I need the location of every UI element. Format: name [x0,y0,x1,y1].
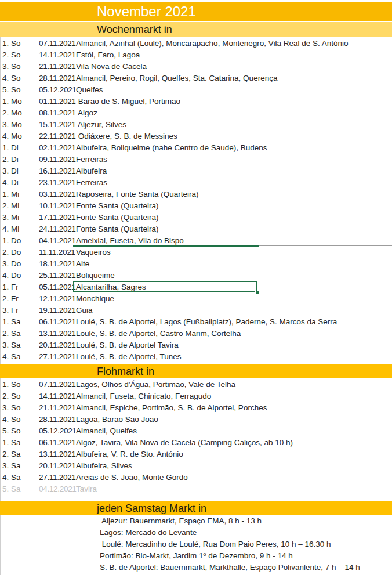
day-cell[interactable]: 3. Mo [2,120,22,129]
locations-cell[interactable]: Alte [76,259,89,268]
locations-cell[interactable]: Vila Nova de Cacela [76,62,147,71]
locations-cell[interactable]: Loulé, S. B. de Alportel Tavira [76,341,179,349]
day-cell[interactable]: 1. Di [2,143,19,152]
date-cell[interactable]: 04.12.2021 [39,485,77,493]
date-cell[interactable]: 07.11.2021 [39,39,76,48]
date-cell[interactable]: 19.11.2021 [39,306,76,315]
day-cell[interactable]: 1. So [2,380,21,389]
date-cell[interactable]: 21.11.2021 [39,403,76,412]
locations-cell[interactable]: Almancil, Quelfes [76,427,137,435]
date-cell[interactable]: 11.11.2021 [39,248,75,257]
date-cell[interactable]: 16.11.2021 [39,167,76,175]
date-cell[interactable]: 14.11.2021 [39,392,76,400]
locations-cell[interactable]: Areias de S. João, Monte Gordo [76,473,188,482]
day-cell[interactable]: 1. Sa [2,438,21,447]
day-cell[interactable]: 1. Fr [2,283,19,291]
locations-cell[interactable]: Tavira [76,485,97,493]
date-cell[interactable]: 06.11.2021 [39,438,76,447]
day-cell[interactable]: 4. So [2,415,21,424]
section-header-wochenmarkt[interactable]: Wochenmarkt in [0,22,392,37]
locations-cell[interactable]: Almancil, Azinhal (Loulé), Moncarapacho,… [76,39,349,48]
locations-cell[interactable]: Boliqueime [76,271,115,280]
day-cell[interactable]: 3. Sa [2,461,21,470]
day-cell[interactable]: 2. So [2,392,21,400]
locations-cell[interactable]: Loulé, S. B. de Alportel, Lagos (Fußball… [76,317,337,326]
date-cell[interactable]: 02.11.2021 [39,143,76,152]
day-cell[interactable]: 5. So [2,427,21,435]
weekly-market-line[interactable]: Aljezur: Bauernmarkt, Espaço EMA, 8 h - … [0,515,392,527]
date-cell[interactable]: 07.11.2021 [39,380,76,389]
day-cell[interactable]: 3. Sa [2,341,21,349]
locations-cell[interactable]: Lagos, Olhos d’Água, Portimão, Vale de T… [76,380,235,389]
date-cell[interactable]: 28.11.2021 [39,415,76,424]
date-cell[interactable]: 22.11.2021 [39,132,76,140]
locations-cell[interactable]: Almancil, Fuseta, Chinicato, Ferragudo [76,392,211,400]
weekly-market-line[interactable]: Lagos: Mercado do Levante [0,527,392,539]
date-cell[interactable]: 28.11.2021 [39,74,76,82]
date-cell[interactable]: 15.11.2021 [39,120,76,129]
day-cell[interactable]: 3. Do [2,259,21,268]
date-cell[interactable]: 09.11.2021 [39,155,76,164]
day-cell[interactable]: 2. Sa [2,329,21,338]
date-cell[interactable]: 03.11.2021 [39,190,76,198]
date-cell[interactable]: 27.11.2021 [39,473,76,482]
day-cell[interactable]: 2. Do [2,248,21,257]
locations-cell[interactable]: Almancil, Pereiro, Rogil, Quelfes, Sta. … [76,74,277,82]
locations-cell[interactable]: Monchique [76,294,114,303]
weekly-market-line[interactable]: Loulé: Mercadinho de Loulé, Rua Dom Paio… [0,539,392,550]
date-cell[interactable]: 05.12.2021 [39,85,77,94]
day-cell[interactable]: 2. So [2,50,21,59]
day-cell[interactable]: 4. Sa [2,473,21,482]
date-cell[interactable]: 05.12.2021 [39,427,77,435]
date-cell[interactable]: 21.11.2021 [39,62,76,71]
date-cell[interactable]: 13.11.2021 [39,450,76,458]
day-cell[interactable]: 4. Mi [2,225,19,233]
date-cell[interactable]: 10.11.2021 [39,201,76,210]
locations-cell[interactable]: Almancil, Espiche, Portimão, S. B. de Al… [76,403,267,412]
locations-cell[interactable]: Lagoa, Barão São João [76,415,158,424]
date-cell[interactable]: 25.11.2021 [39,271,76,280]
locations-cell[interactable]: Albufeira [76,167,107,175]
date-cell[interactable]: 18.11.2021 [39,259,76,268]
date-cell[interactable]: 17.11.2021 [39,213,76,222]
section-header-weekly-markets[interactable]: jeden Samstag Markt in [0,501,392,515]
locations-cell[interactable]: Albufeira, V. R. de Sto. António [76,450,183,458]
locations-cell[interactable]: Ameixial, Fuseta, Vila do Bispo [76,236,184,245]
weekly-market-line[interactable]: S. B. de Alportel: Bauernmarkt, Markthal… [0,562,392,573]
locations-cell[interactable]: Fonte Santa (Quarteira) [76,213,159,222]
day-cell[interactable]: 1. Mi [2,190,19,198]
locations-cell[interactable]: Albufeira, Boliqueime (nahe Centro de Sa… [76,143,267,152]
locations-cell[interactable]: Barão de S. Miguel, Portimão [76,97,180,106]
date-cell[interactable]: 04.11.2021 [39,236,76,245]
day-cell[interactable]: 4. Di [2,178,19,187]
weekly-market-line[interactable]: Portimão: Bio-Markt, Jardim 1º de Dezemb… [0,550,392,562]
day-cell[interactable]: 4. Sa [2,352,21,361]
day-cell[interactable]: 1. Do [2,236,21,245]
date-cell[interactable]: 05.11.2021 [39,283,76,291]
day-cell[interactable]: 3. So [2,403,21,412]
day-cell[interactable]: 2. Mi [2,201,19,210]
day-cell[interactable]: 2. Di [2,155,19,164]
locations-cell[interactable]: Algoz [76,109,97,117]
locations-cell[interactable]: Estói, Faro, Lagoa [76,50,140,59]
locations-cell[interactable]: Albufeira, Silves [76,461,132,470]
day-cell[interactable]: 4. So [2,74,21,82]
locations-cell[interactable]: Ferreiras [76,178,107,187]
day-cell[interactable]: 1. Sa [2,317,21,326]
day-cell[interactable]: 3. Di [2,167,19,175]
date-cell[interactable]: 08.11.2021 [39,109,76,117]
date-cell[interactable]: 20.11.2021 [39,461,76,470]
date-cell[interactable]: 14.11.2021 [39,50,76,59]
locations-cell[interactable]: Guia [76,306,93,315]
day-cell[interactable]: 3. Fr [2,306,19,315]
locations-cell[interactable]: Loulé, S. B. de Alportel, Castro Marim, … [76,329,241,338]
day-cell[interactable]: 1. So [2,39,21,48]
locations-cell[interactable]: Fonte Santa (Quarteira) [76,225,159,233]
day-cell[interactable]: 2. Fr [2,294,19,303]
date-cell[interactable]: 27.11.2021 [39,352,76,361]
section-header-flohmarkt[interactable]: Flohmarkt in [0,364,392,378]
day-cell[interactable]: 3. Mi [2,213,19,222]
locations-cell[interactable]: Raposeira, Fonte Santa (Quarteira) [76,190,199,198]
locations-cell[interactable]: Loulé, S. B. de Alportel, Tunes [76,352,182,361]
day-cell[interactable]: 4. Do [2,271,21,280]
